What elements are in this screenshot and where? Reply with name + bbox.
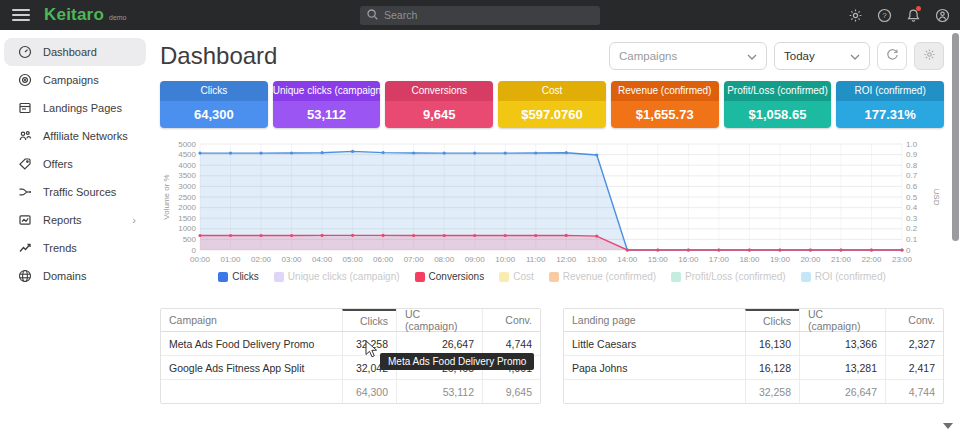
scroll-down-arrow-icon[interactable] xyxy=(943,423,953,429)
refresh-button[interactable] xyxy=(877,42,907,70)
svg-text:USD: USD xyxy=(932,189,940,206)
menu-toggle-icon[interactable] xyxy=(12,9,30,21)
legend-item-cost[interactable]: Cost xyxy=(499,271,534,282)
search-icon xyxy=(367,6,378,24)
svg-text:06:00: 06:00 xyxy=(373,255,394,264)
column-header-campaign[interactable]: Campaign xyxy=(161,309,342,331)
notifications-bell-icon[interactable] xyxy=(905,7,921,23)
column-header-landing-page[interactable]: Landing page xyxy=(564,309,745,331)
help-icon[interactable]: ? xyxy=(876,7,892,23)
svg-text:17:00: 17:00 xyxy=(709,255,730,264)
search-input[interactable] xyxy=(384,9,593,21)
svg-text:21:00: 21:00 xyxy=(831,255,852,264)
kpi-card-roi[interactable]: ROI (confirmed) 177.31% xyxy=(836,81,944,128)
legend-swatch xyxy=(218,272,228,282)
kpi-card-unique-clicks[interactable]: Unique clicks (campaign) 53,112 xyxy=(273,81,381,128)
page-scrollbar[interactable] xyxy=(952,33,959,241)
legend-item-conversions[interactable]: Conversions xyxy=(415,271,485,282)
refresh-icon xyxy=(886,47,899,65)
svg-text:1000: 1000 xyxy=(178,224,196,233)
sidebar-item-landings-pages[interactable]: Landings Pages xyxy=(4,94,146,122)
legend-swatch xyxy=(801,272,811,282)
svg-text:0.8: 0.8 xyxy=(906,161,918,170)
table-row[interactable]: Papa Johns 16,128 13,281 2,417 xyxy=(564,356,943,380)
app-logo[interactable]: Keitaro demo xyxy=(44,5,127,25)
sidebar-item-campaigns[interactable]: Campaigns xyxy=(4,66,146,94)
target-icon xyxy=(17,73,32,88)
totals-row: 32,258 26,647 4,744 xyxy=(564,380,943,403)
chart-canvas: 00:0001:0002:0003:0004:0005:0006:0007:00… xyxy=(160,136,940,268)
gear-icon xyxy=(923,47,936,65)
svg-text:0.5: 0.5 xyxy=(906,193,918,202)
sidebar-item-label: Trends xyxy=(43,242,77,254)
sidebar-item-label: Landings Pages xyxy=(43,102,122,114)
sidebar-item-dashboard[interactable]: Dashboard xyxy=(4,38,146,66)
chevron-down-icon xyxy=(850,50,860,62)
kpi-card-cost[interactable]: Cost $597.0760 xyxy=(498,81,606,128)
edition-badge: demo xyxy=(109,14,127,21)
search-box[interactable] xyxy=(360,6,600,25)
chart-legend: Clicks Unique clicks (campaign) Conversi… xyxy=(160,271,944,282)
sidebar-item-offers[interactable]: Offers xyxy=(4,150,146,178)
svg-text:02:00: 02:00 xyxy=(251,255,272,264)
column-header-uc-campaign[interactable]: UC (campaign) xyxy=(396,309,482,331)
dashboard-settings-button[interactable] xyxy=(914,42,944,70)
svg-text:4500: 4500 xyxy=(178,150,196,159)
legend-item-unique-clicks[interactable]: Unique clicks (campaign) xyxy=(274,271,400,282)
kpi-card-revenue[interactable]: Revenue (confirmed) $1,655.73 xyxy=(611,81,719,128)
main-content: Dashboard Campaigns Today xyxy=(150,30,960,432)
svg-text:03:00: 03:00 xyxy=(282,255,303,264)
sidebar-item-affiliate-networks[interactable]: Affiliate Networks xyxy=(4,122,146,150)
sidebar-item-reports[interactable]: Reports › xyxy=(4,206,146,234)
campaign-filter-select[interactable]: Campaigns xyxy=(609,42,767,70)
legend-swatch xyxy=(415,272,425,282)
svg-text:23:00: 23:00 xyxy=(892,255,913,264)
settings-icon[interactable] xyxy=(847,7,863,23)
sidebar-item-trends[interactable]: Trends xyxy=(4,234,146,262)
sidebar-item-traffic-sources[interactable]: Traffic Sources xyxy=(4,178,146,206)
svg-text:08:00: 08:00 xyxy=(434,255,455,264)
column-header-clicks[interactable]: Clicks xyxy=(342,309,396,331)
svg-text:0.6: 0.6 xyxy=(906,182,918,191)
svg-text:00:00: 00:00 xyxy=(190,255,211,264)
column-header-conv[interactable]: Conv. xyxy=(885,309,943,331)
trend-icon xyxy=(17,241,32,256)
svg-text:500: 500 xyxy=(183,235,197,244)
svg-text:3500: 3500 xyxy=(178,171,196,180)
sidebar-item-label: Dashboard xyxy=(43,46,97,58)
column-header-clicks[interactable]: Clicks xyxy=(745,309,799,331)
column-header-conv[interactable]: Conv. xyxy=(482,309,540,331)
date-range-select[interactable]: Today xyxy=(774,42,870,70)
sidebar-item-label: Reports xyxy=(43,214,82,226)
kpi-card-profit-loss[interactable]: Profit/Loss (confirmed) $1,058.65 xyxy=(724,81,832,128)
sidebar: Dashboard Campaigns Landings Pages Affil… xyxy=(0,30,150,432)
svg-text:?: ? xyxy=(882,11,887,20)
topbar: Keitaro demo ? xyxy=(0,0,960,30)
svg-text:1500: 1500 xyxy=(178,214,196,223)
logo-text: Keitaro xyxy=(44,5,104,25)
legend-item-revenue[interactable]: Revenue (confirmed) xyxy=(549,271,656,282)
svg-text:0.3: 0.3 xyxy=(906,214,918,223)
topbar-actions: ? xyxy=(847,7,950,23)
legend-item-roi[interactable]: ROI (confirmed) xyxy=(801,271,886,282)
sidebar-item-label: Affiliate Networks xyxy=(43,130,128,142)
account-icon[interactable] xyxy=(934,7,950,23)
legend-swatch xyxy=(671,272,681,282)
branch-icon xyxy=(17,185,32,200)
kpi-card-clicks[interactable]: Clicks 64,300 xyxy=(160,81,268,128)
svg-text:20:00: 20:00 xyxy=(800,255,821,264)
svg-text:0.7: 0.7 xyxy=(906,171,918,180)
kpi-card-conversions[interactable]: Conversions 9,645 xyxy=(385,81,493,128)
legend-item-profit-loss[interactable]: Profit/Loss (confirmed) xyxy=(671,271,786,282)
legend-item-clicks[interactable]: Clicks xyxy=(218,271,259,282)
svg-text:11:00: 11:00 xyxy=(526,255,546,264)
legend-swatch xyxy=(274,272,284,282)
svg-text:0: 0 xyxy=(192,246,197,255)
svg-text:04:00: 04:00 xyxy=(312,255,333,264)
page-header: Dashboard Campaigns Today xyxy=(160,40,944,72)
svg-text:0.1: 0.1 xyxy=(906,235,918,244)
table-row[interactable]: Little Caesars 16,130 13,366 2,327 xyxy=(564,332,943,356)
column-header-uc-campaign[interactable]: UC (campaign) xyxy=(799,309,885,331)
svg-text:05:00: 05:00 xyxy=(343,255,364,264)
sidebar-item-domains[interactable]: Domains xyxy=(4,262,146,290)
